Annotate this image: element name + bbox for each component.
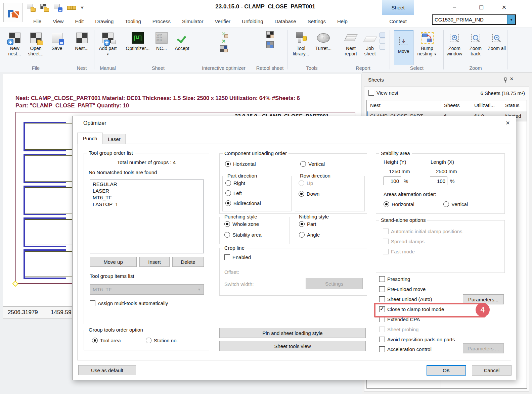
unloading-horizontal-radio[interactable]: Horizontal [225,161,256,167]
optimizer-button[interactable]: Optimizer... [124,30,151,51]
tab-laser[interactable]: Laser [103,134,126,144]
menu-view[interactable]: View [47,18,69,24]
sheet-tools-view-button[interactable]: Sheet tools view [219,341,366,351]
interactive-optimizer-view-icon[interactable]: ✕ [220,38,227,45]
pin-icon[interactable] [502,77,508,83]
insert-button[interactable]: Insert [139,257,170,267]
part-bidirectional-radio[interactable]: Bidirectional [225,200,261,206]
col-status[interactable]: Status [505,102,520,108]
tab-punch[interactable]: Punch [77,133,103,144]
presorting-checkbox[interactable]: Presorting [379,276,410,282]
turret-button[interactable]: Turret... [313,30,334,56]
bump-nesting-button[interactable]: Bump nesting ▼ [414,30,440,65]
list-item[interactable]: LASTOP_1 [93,201,201,208]
open-sheet-button[interactable]: Open sheet... [26,30,46,56]
menu-unfolding[interactable]: Unfolding [236,18,269,24]
accept-button[interactable]: Accept [172,30,192,51]
accept-check-icon [177,33,187,43]
sheet-unload-checkbox[interactable]: Sheet unload (Auto) [379,296,432,302]
move-button[interactable]: ↔↕ Move [394,30,413,65]
avoid-reposition-checkbox[interactable]: Avoid reposition pads on parts [379,337,455,342]
context-tab-sheet[interactable]: Sheet [382,0,414,15]
col-nest[interactable]: Nest [370,102,381,108]
zoom-all-button[interactable]: − Zoom all [487,30,507,56]
list-item[interactable]: REGULAR [93,181,201,188]
nc-button[interactable]: G00X G02X G01X NC... [152,30,171,51]
cancel-button[interactable]: Cancel [472,365,512,376]
menu-verifier[interactable]: Verifier [209,18,236,24]
list-item[interactable]: LASER [93,188,201,194]
sheets-table-header[interactable]: Nest Sheets Utilizati... Status [367,100,527,111]
view-nest-checkbox[interactable]: View nest [368,90,398,96]
machine-selector-dropdown-icon[interactable]: ▼ [507,15,515,24]
list-item[interactable]: MT6_TF [93,194,201,201]
length-percent-input[interactable] [430,177,447,185]
col-utilization[interactable]: Utilizati... [474,102,495,108]
pin-sheet-loading-button[interactable]: Pin and sheet loading style [219,328,366,338]
zoom-back-button[interactable]: ← Zoom back [466,30,486,56]
part-left-radio[interactable]: Left [225,190,242,196]
whole-zone-radio[interactable]: Whole zone [224,221,259,227]
part-right-radio[interactable]: Right [225,180,245,186]
nibbling-part-radio[interactable]: Part [299,221,316,227]
use-as-default-button[interactable]: Use as default [78,365,136,375]
crop-enabled-checkbox[interactable]: Enabled [224,254,251,260]
report-doc-icon[interactable] [380,39,385,44]
assign-multitools-checkbox[interactable]: Assign multi-tools automatically [90,300,168,306]
menu-drawing[interactable]: Drawing [89,18,119,24]
zoom-window-button[interactable]: + Zoom window [444,30,464,56]
delete-button[interactable]: Delete [172,257,204,267]
menu-database[interactable]: Database [269,18,302,24]
close-button[interactable]: × [496,3,512,12]
menu-file[interactable]: File [28,18,47,24]
menu-help[interactable]: Help [331,18,353,24]
job-sheet-button[interactable]: Job sheet [361,30,380,56]
machine-selector[interactable]: CG1530_PRIMA_IND ▼ [432,14,516,25]
move-up-button[interactable]: Move up [90,257,137,267]
station-no-radio[interactable]: Station no. [146,338,178,343]
interactive-optimizer-edit-icon[interactable]: ✕ [220,31,227,37]
measure-icon[interactable] [67,6,76,10]
app-logo[interactable] [3,3,23,22]
new-nest-button[interactable]: New nest... [5,30,25,56]
nibbling-angle-radio[interactable]: Angle [299,232,320,238]
areas-horizontal-radio[interactable]: Horizontal [384,201,414,207]
tool-library-button[interactable]: Tool library... [290,30,312,56]
ok-button[interactable]: OK [427,365,466,376]
menu-simulator[interactable]: Simulator [176,18,209,24]
height-percent-input[interactable] [384,177,401,185]
retool-grid-icon[interactable] [266,31,274,38]
col-sheets[interactable]: Sheets [444,102,460,108]
save-icon[interactable] [54,4,62,12]
nest-report-button[interactable]: Nest report [341,30,361,56]
save-button[interactable]: Save [47,30,67,56]
acceleration-control-checkbox[interactable]: Acceleration control [379,346,432,352]
stability-area-radio[interactable]: Stability area [224,232,262,238]
menu-tooling[interactable]: Tooling [119,18,147,24]
menu-edit[interactable]: Edit [69,18,89,24]
tool-group-listbox[interactable]: REGULAR LASER MT6_TF LASTOP_1 [90,180,204,253]
preunload-move-checkbox[interactable]: Pre-unload move [379,286,426,292]
unloading-vertical-radio[interactable]: Vertical [300,161,325,167]
panel-close-icon[interactable]: × [510,76,514,83]
retool-tools-icon[interactable] [266,41,274,48]
ribbon-group-manual: Add part ▼ Manual [95,29,121,71]
report-doc-icon[interactable] [380,45,385,50]
report-doc-icon[interactable] [380,33,385,38]
open-part-icon[interactable] [40,4,49,12]
menu-process[interactable]: Process [147,18,176,24]
minimize-button[interactable]: − [447,3,462,12]
tool-area-radio[interactable]: Tool area [92,338,121,343]
nest-button[interactable]: Nest... [72,30,92,51]
radio-glyph [443,201,449,207]
dialog-close-icon[interactable]: × [502,118,513,128]
add-part-button[interactable]: Add part ▼ [98,30,118,57]
menu-settings[interactable]: Settings [302,18,331,24]
interactive-optimizer-image-icon[interactable] [220,45,227,52]
areas-vertical-radio[interactable]: Vertical [443,201,468,207]
open-nest-icon[interactable] [27,4,36,12]
row-down-radio[interactable]: Down [299,191,319,197]
customize-toolbar-icon[interactable]: ▼ [81,6,84,9]
menu-context[interactable]: Context [386,15,410,28]
maximize-button[interactable]: □ [474,3,489,12]
